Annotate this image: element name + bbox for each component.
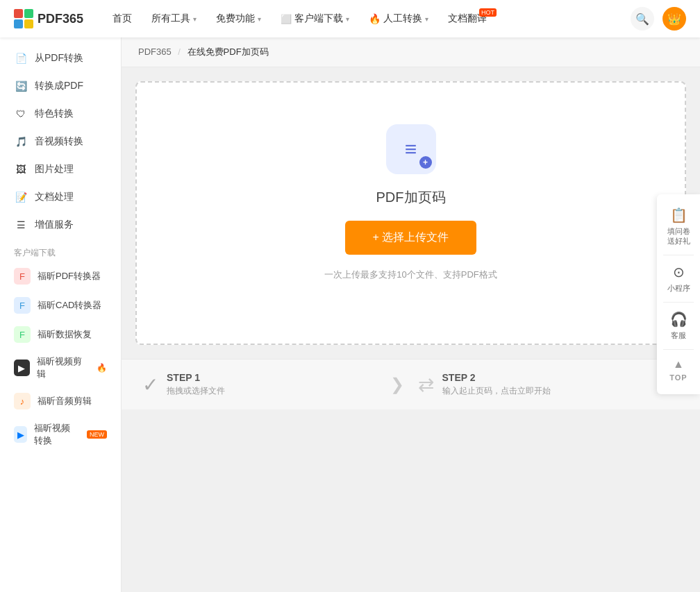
- sidebar-item-av-convert[interactable]: 🎵 音视频转换: [0, 128, 121, 155]
- upload-button[interactable]: + 选择上传文件: [345, 221, 477, 255]
- special-convert-icon: 🛡: [14, 107, 28, 121]
- main-layout: 📄 从PDF转换 🔄 转换成PDF 🛡 特色转换 🎵 音视频转换 🖼 图片处理 …: [0, 37, 700, 592]
- nav-all-tools[interactable]: 所有工具 ▾: [143, 8, 205, 29]
- sidebar-video-editor[interactable]: ▶ 福昕视频剪辑 🔥: [0, 349, 121, 387]
- chevron-icon: ▾: [193, 15, 197, 23]
- cad-converter-icon: F: [14, 297, 31, 314]
- sidebar-cad-converter[interactable]: F 福昕CAD转换器: [0, 291, 121, 320]
- sidebar-item-doc-process[interactable]: 📝 文档处理: [0, 183, 121, 211]
- nav-free-features[interactable]: 免费功能 ▾: [208, 8, 269, 29]
- sidebar: 📄 从PDF转换 🔄 转换成PDF 🛡 特色转换 🎵 音视频转换 🖼 图片处理 …: [0, 37, 122, 592]
- top-nav: PDF365 首页 所有工具 ▾ 免费功能 ▾ ⬜ 客户端下载 ▾ 🔥 人工转换…: [0, 0, 700, 37]
- rs-divider-3: [663, 349, 693, 350]
- data-recovery-icon: F: [14, 326, 31, 343]
- nav-client-download[interactable]: ⬜ 客户端下载 ▾: [272, 8, 358, 29]
- step-2: ⇄ STEP 2 输入起止页码，点击立即开始: [418, 372, 652, 397]
- customer-service-icon: 🎧: [670, 311, 688, 328]
- content-area: PDF365 / 在线免费PDF加页码 ≡ + PDF加页码 + 选择上传文件 …: [122, 37, 700, 592]
- top-label: TOP: [669, 373, 687, 382]
- rs-top-button[interactable]: ▲ TOP: [657, 351, 700, 389]
- flame-icon: 🔥: [369, 13, 381, 24]
- sidebar-pdf-converter[interactable]: F 福昕PDF转换器: [0, 262, 121, 291]
- sidebar-item-vip-service[interactable]: ☰ 增值服务: [0, 211, 121, 239]
- nav-doc-translate[interactable]: 文档翻译 HOT: [440, 8, 495, 29]
- to-pdf-icon: 🔄: [14, 79, 28, 93]
- audio-editor-icon: ♪: [14, 393, 31, 409]
- nav-right: 🔍 👑: [631, 7, 686, 31]
- miniprogram-icon: ⊙: [673, 264, 685, 280]
- av-convert-icon: 🎵: [14, 135, 28, 149]
- video-convert-icon: ▶: [14, 426, 27, 443]
- crown-button[interactable]: 👑: [662, 7, 686, 31]
- nav-items: 首页 所有工具 ▾ 免费功能 ▾ ⬜ 客户端下载 ▾ 🔥 人工转换 ▾ 文档翻译…: [104, 8, 631, 29]
- upload-hint: 一次上传最多支持10个文件、支持PDF格式: [324, 269, 497, 281]
- fire-badge: 🔥: [97, 363, 107, 373]
- doc-process-icon: 📝: [14, 190, 28, 204]
- rs-survey[interactable]: 📋 填问卷送好礼: [657, 200, 700, 253]
- chevron-icon: ▾: [425, 15, 428, 23]
- top-arrow-icon: ▲: [673, 358, 684, 371]
- hot-badge: HOT: [479, 8, 497, 17]
- tool-name: PDF加页码: [376, 188, 446, 207]
- sidebar-item-from-pdf[interactable]: 📄 从PDF转换: [0, 44, 121, 72]
- vip-service-icon: ☰: [14, 218, 28, 232]
- plus-badge: +: [419, 156, 432, 169]
- breadcrumb-current: 在线免费PDF加页码: [188, 46, 269, 57]
- step2-label: STEP 2: [442, 372, 551, 383]
- sidebar-video-convert[interactable]: ▶ 福昕视频转换 NEW: [0, 416, 121, 453]
- nav-home[interactable]: 首页: [104, 8, 140, 29]
- breadcrumb-sep: /: [178, 46, 181, 57]
- chevron-icon: ▾: [258, 15, 261, 23]
- rs-divider-1: [663, 255, 693, 255]
- new-badge: NEW: [87, 430, 107, 439]
- download-icon: ⬜: [281, 14, 292, 24]
- video-editor-icon: ▶: [14, 360, 30, 376]
- tool-main-icon: ≡: [405, 137, 417, 161]
- sidebar-item-special-convert[interactable]: 🛡 特色转换: [0, 100, 121, 128]
- steps-bar: ✓ STEP 1 拖拽或选择文件 ❯ ⇄ STEP 2 输入起止页码，点击立即开…: [122, 359, 700, 409]
- download-section-title: 客户端下载: [0, 239, 121, 262]
- sidebar-data-recovery[interactable]: F 福昕数据恢复: [0, 320, 121, 349]
- right-sidebar: 📋 填问卷送好礼 ⊙ 小程序 🎧 客服 ▲ TOP: [657, 194, 700, 394]
- rs-divider-2: [663, 302, 693, 303]
- upload-section: ≡ + PDF加页码 + 选择上传文件 一次上传最多支持10个文件、支持PDF格…: [135, 81, 686, 345]
- tool-icon-box: ≡ +: [386, 124, 436, 174]
- search-button[interactable]: 🔍: [631, 7, 654, 31]
- step-1: ✓ STEP 1 拖拽或选择文件: [142, 372, 376, 397]
- step2-arrow-icon: ⇄: [418, 373, 434, 396]
- breadcrumb-root: PDF365: [138, 46, 172, 57]
- logo-icon: [14, 9, 33, 28]
- rs-customer-service[interactable]: 🎧 客服: [657, 304, 700, 348]
- step2-info: STEP 2 输入起止页码，点击立即开始: [442, 372, 551, 397]
- sidebar-item-image-process[interactable]: 🖼 图片处理: [0, 155, 121, 183]
- breadcrumb: PDF365 / 在线免费PDF加页码: [122, 37, 700, 67]
- survey-icon: 📋: [670, 207, 688, 223]
- step1-label: STEP 1: [167, 372, 225, 383]
- step-arrow-icon: ❯: [390, 375, 404, 394]
- sidebar-audio-editor[interactable]: ♪ 福昕音频剪辑: [0, 387, 121, 416]
- pdf-converter-icon: F: [14, 268, 31, 285]
- step2-desc: 输入起止页码，点击立即开始: [442, 385, 551, 397]
- step1-info: STEP 1 拖拽或选择文件: [167, 372, 225, 397]
- step1-desc: 拖拽或选择文件: [167, 385, 225, 397]
- sidebar-item-to-pdf[interactable]: 🔄 转换成PDF: [0, 72, 121, 100]
- chevron-icon: ▾: [346, 15, 349, 23]
- logo-text: PDF365: [38, 12, 83, 26]
- image-process-icon: 🖼: [14, 162, 28, 176]
- step1-check-icon: ✓: [142, 373, 158, 396]
- rs-miniprogram[interactable]: ⊙ 小程序: [657, 257, 700, 301]
- from-pdf-icon: 📄: [14, 51, 28, 65]
- logo-area[interactable]: PDF365: [14, 9, 83, 28]
- nav-manual-convert[interactable]: 🔥 人工转换 ▾: [360, 8, 437, 29]
